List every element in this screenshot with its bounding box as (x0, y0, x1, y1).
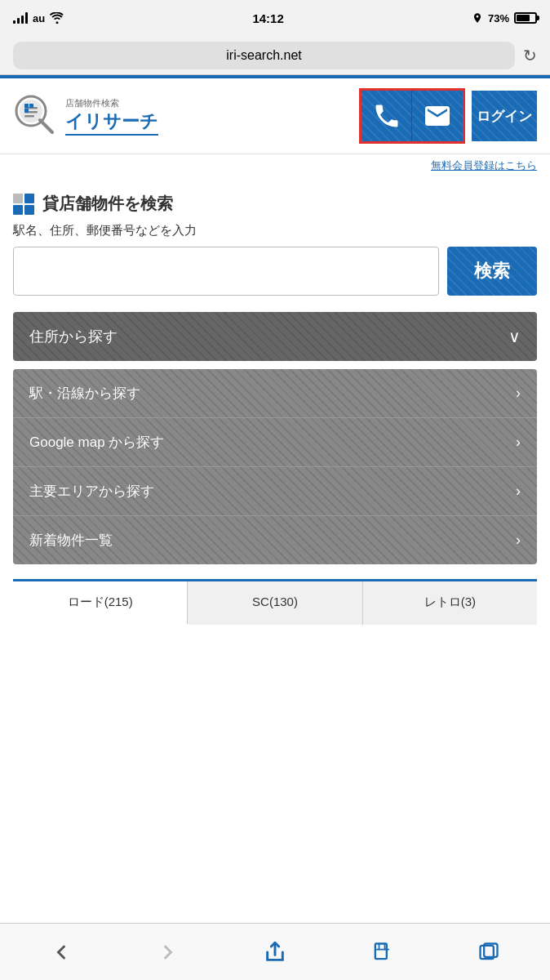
browser-toolbar (0, 923, 550, 980)
map-section[interactable]: Google map から探す › (13, 418, 537, 467)
search-button[interactable]: 検索 (447, 247, 537, 296)
new-listings-label: 新着物件一覧 (29, 531, 113, 550)
battery-icon (514, 12, 537, 24)
chevron-down-icon: ∨ (508, 327, 521, 346)
phone-icon (372, 101, 401, 131)
map-label: Google map から探す (29, 433, 164, 452)
svg-rect-8 (24, 109, 29, 113)
svg-line-5 (40, 120, 52, 132)
chevron-right-icon-4: › (516, 532, 521, 549)
browse-sections: 住所から探す ∨ 駅・沿線から探す › Google map から探す › 主要… (13, 312, 537, 564)
search-hint: 駅名、住所、郵便番号などを入力 (13, 223, 537, 238)
tabs-container: ロード(215) SC(130) レトロ(3) (13, 579, 537, 625)
logo-text: 店舗物件検索 イリサーチ (65, 97, 158, 136)
mail-icon (423, 101, 452, 131)
share-button[interactable] (257, 934, 293, 970)
header-wrapper: 店舗物件検索 イリサーチ (0, 78, 550, 180)
site-header: 店舗物件検索 イリサーチ (0, 78, 550, 154)
header-actions: ログイン (359, 88, 537, 144)
status-bar: au 14:12 73% (0, 0, 550, 36)
address-section[interactable]: 住所から探す ∨ (13, 312, 537, 361)
tabs-button[interactable] (471, 934, 507, 970)
browser-url-bar: iri-search.net ↻ (0, 36, 550, 75)
svg-rect-6 (24, 104, 29, 108)
forward-button[interactable] (150, 934, 186, 970)
back-icon (50, 941, 73, 964)
tab-sc[interactable]: SC(130) (188, 581, 362, 625)
bookmarks-button[interactable] (364, 934, 400, 970)
station-label: 駅・沿線から探す (29, 384, 140, 403)
status-left: au (13, 12, 64, 24)
carrier-label: au (33, 12, 45, 24)
forward-icon (157, 941, 180, 964)
reload-button[interactable]: ↻ (523, 46, 537, 65)
major-area-label: 主要エリアから探す (29, 482, 154, 501)
search-title: 貸店舗物件を検索 (13, 193, 537, 215)
location-icon (472, 12, 483, 24)
major-area-section[interactable]: 主要エリアから探す › (13, 467, 537, 516)
login-button[interactable]: ログイン (472, 91, 537, 141)
bookmarks-icon (370, 941, 393, 964)
search-section: 貸店舗物件を検索 駅名、住所、郵便番号などを入力 検索 (13, 193, 537, 296)
mail-button[interactable] (412, 91, 463, 141)
header-buttons-row: ログイン (359, 88, 537, 144)
tabs-icon (477, 941, 500, 964)
station-section[interactable]: 駅・沿線から探す › (13, 369, 537, 418)
clock: 14:12 (252, 11, 283, 25)
register-link[interactable]: 無料会員登録はこちら (431, 159, 537, 172)
logo-icon (13, 93, 59, 139)
main-content: 貸店舗物件を検索 駅名、住所、郵便番号などを入力 検索 住所から探す ∨ 駅・沿… (0, 180, 550, 638)
address-label: 住所から探す (29, 327, 118, 346)
url-display[interactable]: iri-search.net (13, 42, 515, 69)
tab-retro[interactable]: レトロ(3) (363, 581, 537, 625)
tabs-row: ロード(215) SC(130) レトロ(3) (13, 581, 537, 625)
svg-rect-4 (24, 115, 34, 118)
tab-road[interactable]: ロード(215) (13, 581, 188, 625)
register-area: 無料会員登録はこちら (0, 154, 550, 180)
search-title-text: 貸店舗物件を検索 (42, 193, 173, 215)
status-right: 73% (472, 12, 537, 24)
grid-icon (13, 194, 34, 215)
search-row: 検索 (13, 247, 537, 296)
chevron-right-icon-3: › (516, 483, 521, 500)
logo-area: 店舗物件検索 イリサーチ (13, 93, 158, 139)
wifi-icon (50, 12, 64, 24)
logo-title: イリサーチ (65, 109, 158, 136)
search-input[interactable] (13, 247, 439, 296)
chevron-right-icon-2: › (516, 434, 521, 451)
sub-sections: 駅・沿線から探す › Google map から探す › 主要エリアから探す ›… (13, 369, 537, 564)
phone-button[interactable] (361, 91, 412, 141)
logo-subtitle: 店舗物件検索 (65, 97, 158, 109)
new-listings-section[interactable]: 新着物件一覧 › (13, 516, 537, 564)
contact-buttons (359, 88, 465, 144)
bottom-spacer (0, 638, 550, 703)
battery-percent: 73% (488, 12, 509, 24)
share-icon (264, 941, 286, 964)
back-button[interactable] (43, 934, 79, 970)
chevron-right-icon: › (516, 385, 521, 402)
svg-rect-7 (29, 104, 33, 108)
signal-icon (13, 12, 28, 24)
